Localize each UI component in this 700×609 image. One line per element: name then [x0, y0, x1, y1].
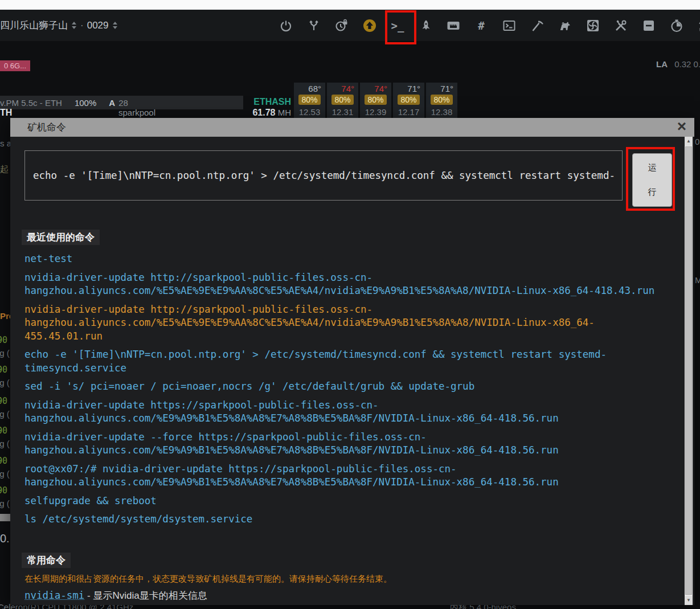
algo-label: ETHASH [247, 97, 291, 107]
accepted-label: A [109, 98, 115, 108]
watchdog-icon[interactable] [558, 19, 572, 32]
share-percent: 100% [75, 98, 96, 108]
clipped-text-fragment: 090 [0, 335, 7, 345]
long-task-warning: 在长周期的和很占资源的任务中，状态更改导致矿机掉线是有可能的。请保持耐心等待任务… [24, 574, 392, 585]
browser-edge-strip [0, 0, 700, 10]
recent-command-item[interactable]: echo -e '[Time]\nNTP=cn.pool.ntp.org' > … [24, 348, 664, 375]
terminal-box-icon[interactable] [502, 19, 516, 32]
wallet-label: v.PM 5.5c - ETH [0, 98, 62, 108]
clipped-text-fragment: ng ( [0, 348, 10, 358]
gpu-cell: 71° 80% 12.17 [393, 83, 424, 119]
common-command-desc: - 显示Nvidia显卡的相关信息 [84, 590, 207, 601]
gpu-fan-badge: 80% [298, 95, 320, 105]
farm-select-icon[interactable] [71, 21, 77, 30]
scroll-up-icon[interactable]: ▲ [685, 137, 693, 146]
fan-icon[interactable] [586, 19, 600, 32]
clipped-text-fragment: ng ( [0, 409, 10, 419]
recent-commands-list: net-test nvidia-driver-update http://spa… [24, 252, 664, 532]
gpu-hashrate: 12.38 [426, 107, 457, 117]
clipped-text-fragment: 0 [695, 137, 699, 146]
worker-action-toolbar: >_ # [279, 10, 700, 41]
clipped-text-fragment: 0. [0, 532, 10, 545]
command-input[interactable] [24, 150, 623, 201]
gpu-fan-badge: 80% [398, 95, 419, 105]
gpu-hashrate: 12.53 [294, 107, 325, 117]
miner-command-dialog: 矿机命令 × 运 行 最近使用的命令 net-test nvidia-drive… [10, 118, 694, 605]
gpu-hashrate: 12.39 [360, 107, 391, 117]
common-command-item[interactable]: nvidia-smi - 显示Nvidia显卡的相关信息 [24, 589, 207, 602]
worker-select-icon[interactable] [112, 21, 118, 30]
gpu-hashrate: 12.31 [327, 107, 358, 117]
close-icon[interactable]: × [677, 117, 686, 136]
recent-command-item[interactable]: nvidia-driver-update --force https://spa… [24, 431, 664, 457]
farm-name[interactable]: 四川乐山狮子山 [0, 19, 68, 32]
clipped-divider-fragment [0, 514, 10, 521]
scroll-down-icon[interactable]: ▼ [685, 596, 693, 605]
worker-name[interactable]: 0029 [87, 20, 109, 31]
coin-label: TH [0, 108, 12, 118]
worker-breadcrumb: 四川乐山狮子山 · 0029 [0, 19, 118, 32]
gpu-fan-badge: 80% [365, 95, 386, 105]
gpu-temp: 68° [294, 84, 325, 93]
common-commands-label: 常用命令 [22, 553, 71, 568]
upgrade-icon[interactable] [363, 19, 376, 32]
network-icon[interactable] [447, 19, 460, 32]
dialog-header[interactable]: 矿机命令 × [10, 118, 694, 137]
clipped-text-fragment: 090 [0, 396, 7, 406]
dialog-scrollbar[interactable]: ▲ ▼ [685, 137, 693, 605]
clipped-text-fragment: ng ( [0, 378, 10, 387]
schedule-lock-icon[interactable] [335, 19, 349, 32]
clipped-text-fragment: ng ( [0, 498, 10, 508]
load-average: LA 0.32 0. [656, 59, 700, 69]
clipped-text-fragment: ng ( [0, 439, 10, 448]
total-hashrate: 61.78 MH [252, 108, 291, 118]
annotation-box-run: 运 行 [626, 147, 675, 211]
accepted-value: 28 [118, 98, 128, 108]
hashrate-icon[interactable]: # [474, 19, 488, 32]
gpu-fan-badge: 80% [331, 95, 353, 105]
pool-name: sparkpool [118, 108, 155, 117]
gpu-hashrate: 12.17 [393, 107, 424, 117]
clipped-text-fragment: M [695, 275, 700, 285]
recent-command-item[interactable]: sed -i 's/ pci=noaer / pci=noaer,nocrs /… [24, 380, 664, 394]
clipped-text-fragment: 090 [0, 456, 7, 466]
gpu-count-badge: 0 6G... [0, 60, 30, 71]
tools-icon[interactable] [614, 19, 628, 32]
la-label: LA [656, 59, 668, 69]
gpu-stats-grid: 68° 80% 12.53 74° 80% 12.31 74° 80% 12.3… [294, 83, 457, 119]
recent-command-item[interactable]: nvidia-driver-update https://sparkpool-p… [24, 399, 664, 426]
recent-command-item[interactable]: ls /etc/systemd/system/dsystem.service [24, 513, 664, 526]
clipped-text-fragment: 090 [0, 365, 7, 375]
gpu-temp: 74° [327, 84, 358, 93]
gpu-fan-badge: 80% [431, 95, 452, 105]
clipped-text-fragment: 090 [0, 426, 7, 436]
shutdown-box-icon[interactable] [642, 19, 656, 32]
recent-command-item[interactable]: nvidia-driver-update http://sparkpool-pu… [24, 303, 664, 344]
recent-command-item[interactable]: root@xx07:/# nvidia-driver-update https:… [24, 463, 664, 489]
gpu-cell: 68° 80% 12.53 [294, 83, 325, 119]
annotation-box-terminal [385, 10, 416, 44]
rocket-icon[interactable] [419, 19, 432, 32]
recent-command-item[interactable]: selfupgrade && sreboot [24, 494, 664, 508]
code-branch-icon[interactable] [307, 19, 321, 32]
recent-command-item[interactable]: nvidia-driver-update http://sparkpool-pu… [24, 271, 664, 298]
recent-command-item[interactable]: net-test [24, 252, 664, 266]
run-button[interactable]: 运 行 [632, 153, 672, 207]
la-values: 0.32 0. [674, 59, 700, 69]
clipped-text-fragment: 起 [0, 164, 9, 175]
worker-topbar: 四川乐山狮子山 · 0029 [0, 10, 700, 41]
gpu-cell: 74° 80% 12.39 [360, 83, 391, 119]
gpu-temp: 71° [426, 84, 457, 93]
pickaxe-icon[interactable] [530, 19, 544, 32]
pool-row: TH sparkpool 61.78 MH [0, 108, 293, 118]
scrollbar-thumb[interactable] [685, 146, 692, 595]
gpu-cell: 71° 80% 12.38 [426, 83, 457, 119]
sync-icon[interactable] [698, 19, 700, 32]
common-command-name[interactable]: nvidia-smi [24, 590, 84, 601]
timer-icon[interactable] [670, 19, 683, 32]
gpu-cell: 74° 80% 12.31 [327, 83, 358, 119]
clipped-text-fragment: ng ( [0, 469, 10, 479]
clipped-text-fragment: 090 [0, 485, 7, 496]
dialog-title: 矿机命令 [27, 121, 66, 134]
power-icon[interactable] [279, 19, 293, 32]
